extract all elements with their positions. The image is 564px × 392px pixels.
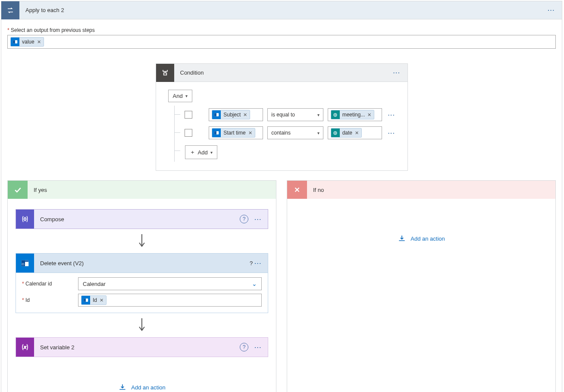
remove-token-icon[interactable]: ✕ — [100, 298, 106, 303]
remove-token-icon[interactable]: ✕ — [248, 130, 255, 136]
outlook-icon — [212, 110, 221, 119]
condition-row-2-right[interactable]: date ✕ — [328, 126, 382, 139]
variable-icon — [331, 129, 340, 137]
compose-menu[interactable]: ··· — [253, 216, 263, 223]
outlook-icon — [81, 296, 90, 304]
condition-title: Condition — [174, 69, 392, 76]
help-icon[interactable]: ? — [240, 343, 248, 351]
remove-token-icon[interactable]: ✕ — [243, 112, 250, 118]
condition-add-row: ＋ Add ▾ — [175, 142, 397, 162]
svg-text:x: x — [24, 345, 26, 349]
if-yes-branch: If yes Compose ? ··· — [7, 180, 276, 392]
id-label: * Id — [22, 297, 78, 303]
output-token-field[interactable]: value ✕ — [7, 35, 556, 49]
and-dropdown[interactable]: And ▾ — [168, 90, 192, 102]
calendar-id-label: * Calendar id — [22, 281, 78, 287]
condition-icon — [156, 64, 174, 82]
condition-row-1-right[interactable]: meeting... ✕ — [328, 108, 382, 121]
remove-token-icon[interactable]: ✕ — [37, 39, 44, 45]
condition-card: Condition ··· And ▾ — [156, 63, 408, 171]
compose-card[interactable]: Compose ? ··· — [16, 209, 268, 229]
variable-icon — [331, 110, 340, 119]
chevron-down-icon: ▾ — [185, 94, 188, 98]
add-action-yes[interactable]: Add an action — [16, 383, 268, 392]
add-condition-button[interactable]: ＋ Add ▾ — [185, 145, 217, 159]
condition-header[interactable]: Condition ··· — [156, 64, 407, 82]
chevron-down-icon: ▾ — [210, 150, 213, 155]
arrow-down-icon — [16, 317, 268, 334]
set-variable-card[interactable]: x Set variable 2 ? ··· — [16, 337, 268, 357]
if-yes-header: If yes — [8, 181, 276, 199]
variable-icon: x — [16, 338, 34, 357]
plus-icon: ＋ — [190, 148, 195, 156]
condition-row-2: Start time ✕ contains ▾ — [175, 124, 397, 142]
outlook-icon — [11, 38, 19, 46]
condition-row-1: Subject ✕ is equal to ▾ — [175, 106, 397, 124]
arrow-down-icon — [16, 233, 268, 250]
apply-to-each-menu[interactable]: ··· — [546, 7, 557, 13]
svg-rect-3 — [214, 113, 216, 116]
svg-rect-1 — [13, 40, 15, 44]
condition-row-1-menu[interactable]: ··· — [386, 112, 397, 118]
delete-event-header[interactable]: O Delete event (V2) ? ··· — [16, 254, 268, 273]
insert-action-icon — [398, 234, 406, 243]
help-icon[interactable]: ? — [250, 260, 253, 267]
condition-row-1-checkbox[interactable] — [185, 111, 192, 119]
calendar-id-select[interactable]: Calendar ⌄ — [78, 277, 262, 290]
set-variable-menu[interactable]: ··· — [253, 344, 263, 351]
condition-row-1-left[interactable]: Subject ✕ — [209, 108, 263, 121]
chevron-down-icon: ⌄ — [252, 280, 257, 287]
delete-event-menu[interactable]: ··· — [253, 260, 263, 267]
outlook-icon — [212, 129, 221, 137]
apply-to-each-container: Apply to each 2 ··· * Select an output f… — [1, 1, 562, 392]
svg-text:O: O — [22, 262, 25, 266]
condition-row-1-operator[interactable]: is equal to ▾ — [267, 108, 323, 121]
check-icon — [8, 181, 28, 199]
apply-to-each-header[interactable]: Apply to each 2 ··· — [1, 1, 562, 19]
svg-rect-6 — [214, 131, 216, 135]
remove-token-icon[interactable]: ✕ — [367, 112, 374, 118]
add-action-no[interactable]: Add an action — [295, 234, 548, 243]
svg-rect-13 — [84, 298, 86, 302]
value-token[interactable]: value ✕ — [10, 37, 44, 47]
chevron-down-icon: ▾ — [317, 131, 320, 135]
condition-row-2-menu[interactable]: ··· — [386, 130, 397, 136]
help-icon[interactable]: ? — [240, 215, 248, 223]
condition-menu[interactable]: ··· — [392, 69, 402, 76]
insert-action-icon — [118, 383, 127, 392]
condition-row-2-operator[interactable]: contains ▾ — [267, 126, 323, 139]
condition-row-2-checkbox[interactable] — [185, 129, 192, 137]
loop-icon — [1, 1, 19, 19]
condition-row-2-left[interactable]: Start time ✕ — [209, 126, 263, 139]
output-label: * Select an output from previous steps — [7, 27, 556, 33]
apply-to-each-title: Apply to each 2 — [19, 7, 546, 13]
chevron-down-icon: ▾ — [317, 113, 320, 117]
id-field[interactable]: Id ✕ — [78, 294, 262, 307]
compose-icon — [16, 210, 34, 229]
remove-token-icon[interactable]: ✕ — [355, 130, 361, 136]
if-no-branch: If no Add an action — [287, 180, 556, 392]
cross-icon — [287, 181, 307, 199]
outlook-icon: O — [16, 254, 34, 273]
if-no-header: If no — [287, 181, 555, 199]
delete-event-card: O Delete event (V2) ? ··· * Calendar id — [16, 253, 268, 313]
